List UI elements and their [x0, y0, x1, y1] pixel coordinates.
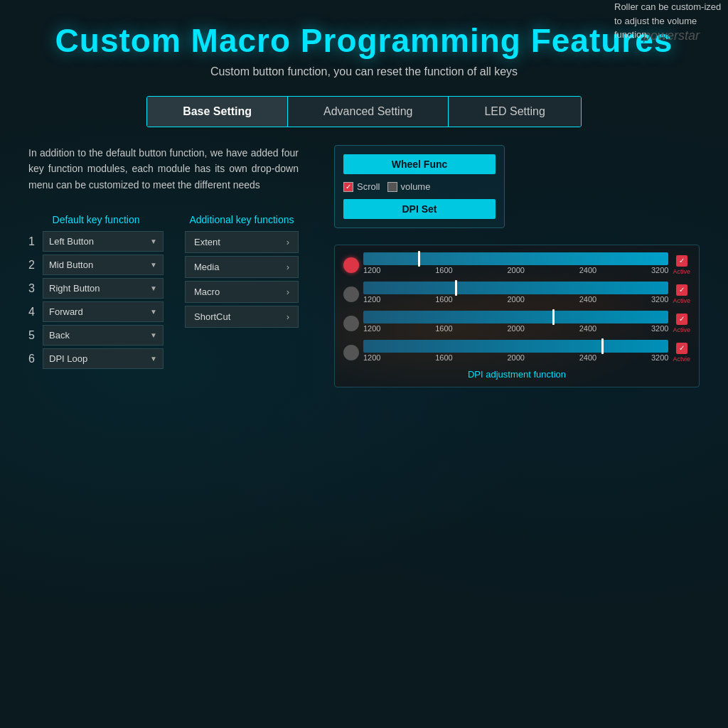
dpi-slider-2[interactable]: 1200 1600 2000 2400 3200 — [363, 282, 668, 306]
dpi-check-4[interactable] — [676, 343, 687, 354]
chevron-down-icon: ▼ — [150, 308, 157, 316]
dpi-label: 1600 — [435, 266, 452, 274]
list-item: 1 Left Button ▼ — [28, 231, 164, 252]
list-item: 3 Right Button ▼ — [28, 278, 164, 299]
wheel-func-button[interactable]: Wheel Func — [343, 154, 496, 174]
chevron-right-icon: › — [287, 287, 289, 297]
dpi-label: 3200 — [651, 353, 668, 362]
tab-base-setting[interactable]: Base Setting — [147, 97, 288, 127]
additional-item-macro[interactable]: Macro › — [185, 281, 299, 303]
key-dropdown-2[interactable]: Mid Button ▼ — [43, 255, 164, 275]
dpi-label: 3200 — [651, 295, 668, 304]
dpi-fill-3 — [363, 311, 668, 323]
tabs: Base Setting Advanced Setting LED Settin… — [146, 96, 582, 127]
dpi-track-2 — [363, 282, 668, 294]
list-item: 5 Back ▼ — [28, 325, 164, 346]
dpi-fill-4 — [363, 340, 668, 353]
key-label-4: Forward — [49, 306, 83, 317]
dpi-row-3: 1200 1600 2000 2400 3200 Active — [343, 311, 690, 336]
dpi-label: 1200 — [363, 266, 380, 274]
dpi-check-1[interactable] — [676, 255, 687, 267]
tab-led-setting[interactable]: LED Setting — [449, 97, 580, 127]
key-dropdown-1[interactable]: Left Button ▼ — [43, 231, 164, 252]
additional-label-shortcut: ShortCut — [194, 311, 230, 322]
dpi-label: 3200 — [651, 266, 668, 274]
main-content: In addition to the default button functi… — [28, 145, 700, 387]
tabs-container: Base Setting Advanced Setting LED Settin… — [28, 96, 700, 127]
dpi-dot-4 — [343, 345, 359, 360]
chevron-right-icon: › — [287, 237, 289, 247]
dpi-labels-2: 1200 1600 2000 2400 3200 — [363, 294, 668, 306]
dpi-track-1 — [363, 252, 668, 265]
key-dropdown-4[interactable]: Forward ▼ — [43, 301, 164, 322]
key-list: 1 Left Button ▼ 2 Mid Button ▼ — [28, 231, 164, 369]
tab-advanced-setting[interactable]: Advanced Setting — [288, 97, 449, 127]
description-text: In addition to the default button functi… — [28, 145, 299, 193]
dpi-badge-1: Active — [673, 268, 690, 275]
dpi-label: 2000 — [508, 266, 525, 274]
dpi-label: 1600 — [435, 353, 452, 362]
key-label-5: Back — [49, 330, 70, 341]
dpi-dot-1 — [343, 257, 359, 273]
additional-label-extent: Extent — [194, 237, 220, 247]
additional-key-section: Additional key functions Extent › Media … — [185, 214, 299, 372]
scroll-option[interactable]: Scroll — [343, 181, 380, 192]
key-label-6: DPI Loop — [49, 353, 87, 364]
dpi-slider-4[interactable]: 1200 1600 2000 2400 3200 — [363, 340, 668, 365]
list-item: 4 Forward ▼ — [28, 301, 164, 322]
additional-item-shortcut[interactable]: ShortCut › — [185, 306, 299, 328]
dpi-badge-3: Active — [673, 326, 690, 333]
additional-item-media[interactable]: Media › — [185, 256, 299, 278]
roller-text: Roller can be custom-ized to adjust the … — [614, 0, 728, 42]
key-number: 4 — [28, 306, 43, 318]
key-dropdown-3[interactable]: Right Button ▼ — [43, 278, 164, 299]
dpi-labels-1: 1200 1600 2000 2400 3200 — [363, 265, 668, 277]
dpi-row-4: 1200 1600 2000 2400 3200 Actvie — [343, 340, 690, 365]
dpi-label: 2400 — [579, 324, 596, 333]
dpi-fill-1 — [363, 252, 668, 265]
dpi-labels-3: 1200 1600 2000 2400 3200 — [363, 323, 668, 336]
dpi-label: 2000 — [508, 324, 525, 333]
dpi-label: 3200 — [651, 324, 668, 333]
chevron-down-icon: ▼ — [150, 331, 157, 339]
chevron-down-icon: ▼ — [150, 237, 157, 245]
volume-label: volume — [401, 181, 431, 192]
right-dpi-area: Wheel Func Scroll volume DPI Set — [313, 145, 700, 387]
key-functions-row: Default key function 1 Left Button ▼ 2 — [28, 214, 299, 372]
dpi-label: 1600 — [435, 295, 452, 304]
default-key-section: Default key function 1 Left Button ▼ 2 — [28, 214, 164, 372]
left-section: In addition to the default button functi… — [28, 145, 299, 387]
main-title: Custom Macro Programming Features — [28, 21, 700, 60]
key-dropdown-5[interactable]: Back ▼ — [43, 325, 164, 346]
list-item: 6 DPI Loop ▼ — [28, 348, 164, 369]
additional-list: Extent › Media › Macro › ShortCut — [185, 231, 299, 328]
dpi-label: 1200 — [363, 324, 380, 333]
chevron-right-icon: › — [287, 311, 289, 322]
dpi-dot-2 — [343, 287, 359, 302]
dpi-dot-3 — [343, 316, 359, 331]
chevron-down-icon: ▼ — [150, 261, 157, 269]
scroll-checkbox[interactable] — [343, 182, 353, 192]
dpi-label: 2400 — [579, 295, 596, 304]
dpi-row-2: 1200 1600 2000 2400 3200 Active — [343, 282, 690, 306]
dpi-badge-2: Active — [673, 297, 690, 304]
dpi-set-button[interactable]: DPI Set — [343, 199, 496, 219]
default-key-title: Default key function — [28, 214, 164, 225]
dpi-thumb-3 — [552, 309, 555, 325]
dpi-panel: 1200 1600 2000 2400 3200 Active — [334, 245, 700, 387]
key-dropdown-6[interactable]: DPI Loop ▼ — [43, 348, 164, 369]
key-label-3: Right Button — [49, 283, 100, 294]
volume-option[interactable]: volume — [387, 181, 431, 192]
dpi-check-3[interactable] — [676, 314, 687, 325]
dpi-check-2[interactable] — [676, 284, 687, 296]
key-number: 1 — [28, 235, 43, 248]
dpi-slider-3[interactable]: 1200 1600 2000 2400 3200 — [363, 311, 668, 336]
dpi-fill-2 — [363, 282, 668, 294]
volume-checkbox[interactable] — [387, 182, 397, 192]
dpi-label: 1600 — [435, 324, 452, 333]
additional-item-extent[interactable]: Extent › — [185, 231, 299, 253]
dpi-label: 1200 — [363, 353, 380, 362]
dpi-label: 2000 — [508, 353, 525, 362]
scroll-label: Scroll — [357, 181, 380, 192]
dpi-slider-1[interactable]: 1200 1600 2000 2400 3200 — [363, 252, 668, 277]
